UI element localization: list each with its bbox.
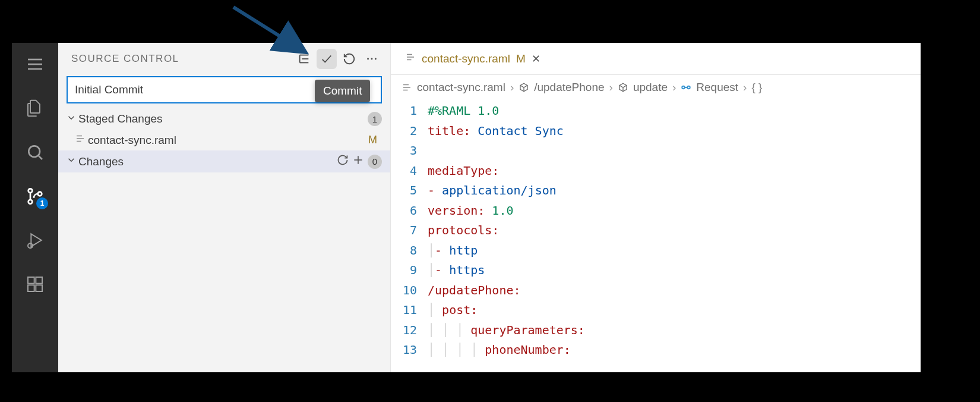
- svg-point-20: [375, 58, 377, 60]
- svg-rect-10: [28, 277, 34, 284]
- view-as-tree-button[interactable]: [294, 49, 314, 69]
- cube-icon: [519, 82, 529, 93]
- svg-point-7: [29, 200, 33, 204]
- extensions-icon[interactable]: [24, 274, 46, 295]
- file-icon: [405, 52, 416, 65]
- search-icon[interactable]: [24, 142, 46, 163]
- svg-rect-12: [36, 285, 42, 291]
- svg-point-4: [29, 146, 40, 157]
- editor-tab[interactable]: contact-sync.raml M ✕: [397, 45, 549, 73]
- svg-point-32: [682, 86, 685, 89]
- modified-indicator: M: [516, 52, 526, 65]
- svg-line-5: [38, 155, 42, 159]
- tab-bar: contact-sync.raml M ✕: [391, 43, 921, 75]
- run-debug-icon[interactable]: [24, 230, 46, 251]
- breadcrumbs[interactable]: contact-sync.raml › /updatePhone › updat…: [391, 75, 921, 100]
- line-gutter: 123 456 789 101112 13: [391, 101, 428, 360]
- code-content[interactable]: #%RAML 1.0 title: Contact Sync mediaType…: [428, 101, 921, 360]
- scm-badge: 1: [36, 197, 48, 209]
- activity-bar: 1: [12, 43, 58, 372]
- svg-point-18: [367, 58, 369, 60]
- staged-changes-section[interactable]: Staged Changes 1: [58, 108, 390, 130]
- app-window: 1 SOURCE CONTROL: [12, 43, 921, 372]
- discard-icon[interactable]: [337, 154, 349, 169]
- close-tab-icon[interactable]: ✕: [532, 52, 540, 65]
- staged-file-row[interactable]: contact-sync.raml M: [58, 130, 390, 150]
- svg-point-33: [688, 86, 691, 89]
- editor-area: contact-sync.raml M ✕ contact-sync.raml …: [391, 43, 921, 372]
- svg-rect-13: [36, 277, 42, 284]
- panel-title: SOURCE CONTROL: [71, 53, 294, 65]
- svg-point-6: [29, 189, 33, 193]
- source-control-icon[interactable]: 1: [24, 186, 46, 207]
- modified-indicator: M: [368, 134, 377, 146]
- changes-count-badge: 0: [368, 155, 382, 169]
- chevron-down-icon: [64, 155, 78, 168]
- explorer-icon[interactable]: [24, 98, 46, 119]
- svg-point-8: [38, 192, 42, 196]
- more-actions-button[interactable]: [362, 49, 382, 69]
- file-icon: [402, 82, 412, 93]
- file-icon: [72, 133, 88, 147]
- cube-icon: [618, 82, 628, 93]
- braces-icon: { }: [751, 81, 762, 94]
- chevron-down-icon: [64, 112, 78, 126]
- menu-icon[interactable]: [24, 54, 46, 75]
- code-editor[interactable]: 123 456 789 101112 13 #%RAML 1.0 title: …: [391, 100, 921, 360]
- staged-count-badge: 1: [368, 112, 382, 126]
- commit-tooltip: Commit: [315, 80, 370, 102]
- svg-rect-11: [28, 285, 34, 291]
- stage-all-icon[interactable]: [352, 154, 364, 169]
- svg-point-19: [371, 58, 373, 60]
- changes-section[interactable]: Changes 0: [58, 150, 390, 172]
- refresh-button[interactable]: [339, 49, 359, 69]
- request-icon: [681, 82, 691, 93]
- commit-button[interactable]: [317, 49, 337, 69]
